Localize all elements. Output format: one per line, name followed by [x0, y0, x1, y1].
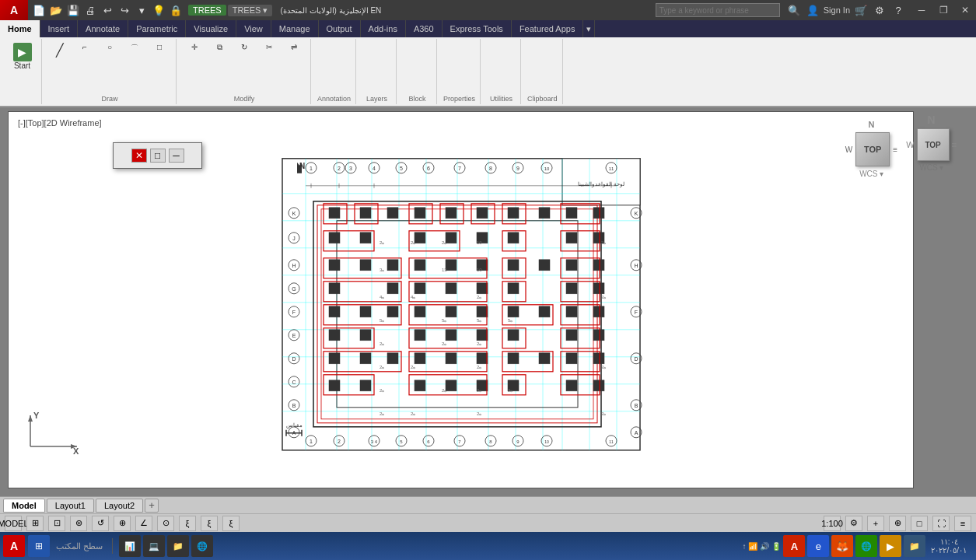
- viewcube-panel[interactable]: N W TOP ≡ WCS ▾: [906, 114, 957, 172]
- cart-icon[interactable]: 🛒: [853, 2, 869, 18]
- view3d-btn[interactable]: □: [911, 516, 928, 531]
- user-icon[interactable]: 👤: [805, 2, 820, 18]
- wcs-btn[interactable]: WCS ▾: [919, 163, 943, 172]
- taskbar-acad-running[interactable]: A: [783, 535, 805, 557]
- wcs-dropdown[interactable]: ▾: [880, 170, 883, 178]
- model-tab[interactable]: Model: [3, 499, 45, 513]
- tab-express[interactable]: Express Tools: [443, 20, 512, 37]
- settings-btn[interactable]: ⚙: [845, 516, 862, 531]
- tab-manage[interactable]: Manage: [271, 20, 319, 37]
- arc-btn[interactable]: ⌒: [123, 40, 146, 62]
- settings-icon[interactable]: ⚙: [872, 2, 887, 18]
- tab-parametric[interactable]: Parametric: [128, 20, 186, 37]
- ui-btn[interactable]: ≡: [954, 516, 971, 531]
- ribbon-group-clipboard: Clipboard: [523, 39, 563, 104]
- group-label-block: Block: [409, 93, 426, 103]
- polar-btn[interactable]: ⊛: [70, 516, 87, 531]
- tab-home[interactable]: Home: [0, 20, 40, 37]
- taskbar-app1[interactable]: 📊: [119, 535, 141, 557]
- tab-insert[interactable]: Insert: [40, 20, 79, 37]
- tab-extra-dropdown[interactable]: ▾: [583, 20, 595, 37]
- redo-btn[interactable]: ↪: [117, 2, 132, 18]
- taskbar-desktop-btn[interactable]: سطح المكتب: [53, 541, 106, 551]
- svg-text:Y: Y: [33, 411, 40, 420]
- taskbar-firefox[interactable]: 🦊: [831, 535, 853, 557]
- circle-btn[interactable]: ○: [98, 40, 121, 62]
- plus-btn[interactable]: +: [867, 516, 884, 531]
- float-minimize-btn[interactable]: ─: [169, 149, 184, 163]
- svg-rect-64: [477, 282, 488, 293]
- undo-btn[interactable]: ↩: [100, 2, 115, 18]
- tab-a360[interactable]: A360: [406, 20, 443, 37]
- new-file-btn[interactable]: 📄: [31, 2, 47, 18]
- dyn-input-btn3[interactable]: ξ: [222, 516, 240, 531]
- line-btn[interactable]: ╱: [48, 40, 72, 62]
- track-btn[interactable]: ↺: [92, 516, 109, 531]
- taskbar-files[interactable]: 📁: [904, 535, 925, 557]
- taskbar-media[interactable]: ▶: [880, 535, 901, 557]
- save-btn[interactable]: 💾: [65, 2, 81, 18]
- add-layout-btn[interactable]: +: [145, 499, 159, 513]
- svg-text:B: B: [292, 402, 296, 408]
- print-btn[interactable]: 🖨: [82, 2, 98, 18]
- restore-btn[interactable]: ❐: [932, 0, 954, 20]
- start-btn[interactable]: ▶ Start: [9, 40, 36, 72]
- open-file-btn[interactable]: 📂: [48, 2, 64, 18]
- tab-visualize[interactable]: Visualize: [186, 20, 236, 37]
- taskbar-app3[interactable]: 📁: [167, 535, 189, 557]
- svg-text:2: 2: [338, 438, 341, 443]
- top-face[interactable]: TOP: [917, 128, 950, 161]
- layout2-tab[interactable]: Layout2: [96, 499, 143, 513]
- signin-label[interactable]: Sign In: [824, 5, 850, 15]
- grid-btn[interactable]: ⊞: [26, 516, 44, 531]
- layout1-tab[interactable]: Layout1: [47, 499, 94, 513]
- polyline-btn[interactable]: ⌐: [73, 40, 96, 62]
- rotate-btn[interactable]: ↻: [233, 40, 256, 62]
- svg-text:A: A: [634, 429, 638, 435]
- float-restore-btn[interactable]: □: [150, 149, 166, 163]
- wcs-selector[interactable]: WCS ▾: [859, 170, 883, 178]
- taskbar-chrome[interactable]: 🌐: [855, 535, 877, 557]
- help-search-icon[interactable]: 🔍: [786, 2, 802, 18]
- tab-output[interactable]: Output: [319, 20, 361, 37]
- taskbar-ie[interactable]: e: [807, 535, 829, 557]
- rect-btn[interactable]: □: [148, 40, 171, 62]
- svg-text:1: 1: [310, 165, 313, 170]
- fullscreen-btn[interactable]: ⛶: [932, 516, 950, 531]
- trim-btn[interactable]: ✂: [257, 40, 281, 62]
- svg-text:H: H: [634, 262, 638, 268]
- mirror-btn[interactable]: ⇌: [282, 40, 306, 62]
- close-btn[interactable]: ✕: [954, 0, 976, 20]
- tab-addins[interactable]: Add-ins: [361, 20, 406, 37]
- float-close-btn[interactable]: ✕: [131, 149, 147, 163]
- zoom-btn[interactable]: ⊕: [889, 516, 906, 531]
- tab-featured[interactable]: Featured Apps: [512, 20, 584, 37]
- project-name-dropdown[interactable]: TREES ▾: [228, 5, 273, 16]
- qa-dropdown[interactable]: ▾: [134, 2, 149, 18]
- taskbar-app2[interactable]: 💻: [143, 535, 165, 557]
- taskbar-app4[interactable]: 🌐: [191, 535, 213, 557]
- scale-label[interactable]: 1:100: [824, 516, 841, 531]
- taskbar-windows-btn[interactable]: ⊞: [28, 535, 50, 557]
- help-icon[interactable]: ?: [890, 2, 906, 18]
- language-selector[interactable]: الإنجليزية (الولايات المتحدة) EN: [280, 6, 381, 15]
- svg-rect-82: [477, 329, 488, 340]
- dyn-input-btn1[interactable]: ξ: [179, 516, 196, 531]
- tab-view[interactable]: View: [236, 20, 271, 37]
- osnap-btn[interactable]: ⊕: [114, 516, 131, 531]
- viewcube[interactable]: N W TOP ≡ WCS ▾: [845, 120, 897, 178]
- circle-track-btn[interactable]: ⊙: [157, 516, 174, 531]
- minimize-btn[interactable]: ─: [911, 0, 932, 20]
- svg-text:2ه: 2ه: [601, 240, 606, 244]
- move-btn[interactable]: ✛: [183, 40, 206, 62]
- copy-btn[interactable]: ⧉: [208, 40, 231, 62]
- taskbar-autocad-icon[interactable]: A: [3, 535, 25, 557]
- tab-annotate[interactable]: Annotate: [78, 20, 128, 37]
- viewcube-box[interactable]: TOP: [855, 132, 890, 166]
- shield-icon: 🔒: [168, 2, 184, 18]
- dyn-input-btn2[interactable]: ξ: [201, 516, 218, 531]
- model-label[interactable]: MODEL: [5, 516, 22, 531]
- snap-btn[interactable]: ⊡: [48, 516, 65, 531]
- angle-btn[interactable]: ∠: [135, 516, 152, 531]
- search-input[interactable]: [656, 3, 780, 17]
